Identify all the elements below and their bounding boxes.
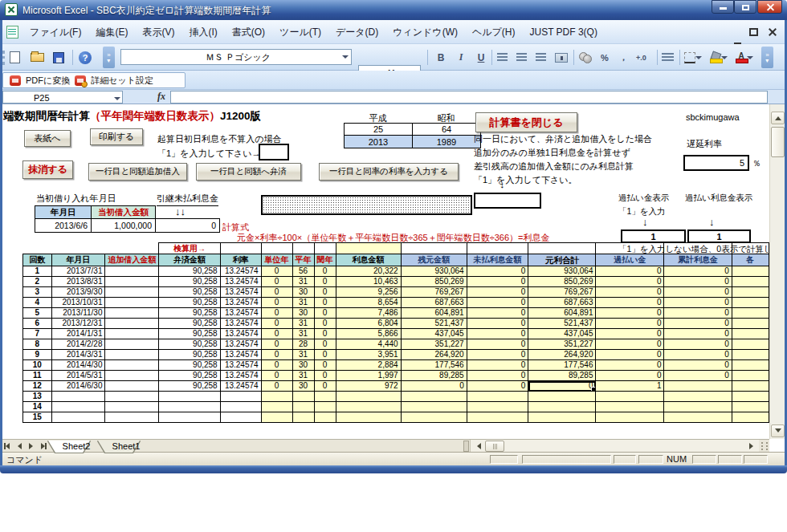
cell[interactable]: 0 [314, 350, 336, 360]
cell[interactable] [261, 402, 292, 412]
cell[interactable]: 0 [664, 319, 732, 329]
cell[interactable]: 90,258 [159, 308, 220, 319]
cell[interactable]: 3,951 [336, 350, 401, 360]
cell[interactable]: 3 [23, 287, 52, 298]
check-label-cell[interactable]: 検算用→ [159, 243, 220, 254]
cell[interactable]: 9,256 [336, 287, 401, 298]
cell[interactable]: 90,258 [159, 360, 220, 371]
cell[interactable] [732, 319, 769, 329]
cell[interactable] [467, 392, 528, 402]
align-right-button[interactable] [536, 49, 546, 66]
check-row-cell[interactable] [51, 243, 105, 254]
cell[interactable]: 2 [23, 277, 52, 287]
cell[interactable]: 90,258 [159, 381, 220, 392]
fill-color-button[interactable] [710, 49, 728, 66]
menu-item-8[interactable]: ヘルプ(H) [465, 22, 523, 43]
cell[interactable]: 31 [292, 319, 314, 329]
underline-button[interactable]: U [472, 49, 490, 66]
cell[interactable] [732, 371, 769, 381]
cell[interactable]: 0 [467, 298, 528, 308]
cell[interactable]: 4 [23, 298, 52, 308]
horizontal-scroll-thumb[interactable] [485, 441, 504, 452]
cell[interactable]: 30 [292, 308, 314, 319]
cell[interactable]: 90,258 [159, 329, 220, 339]
cell[interactable]: 13.24574 [220, 360, 261, 371]
cell[interactable] [528, 392, 596, 402]
cell[interactable] [336, 412, 401, 423]
tab-split-handle[interactable] [463, 441, 469, 452]
cell[interactable] [314, 402, 336, 412]
cell[interactable]: 13.24574 [220, 266, 261, 277]
resize-grip[interactable] [761, 442, 768, 450]
cell[interactable]: 0 [467, 381, 528, 392]
sameday-flag-input[interactable] [474, 193, 541, 209]
cell[interactable]: 0 [401, 381, 467, 392]
unpaid-interest-cell[interactable]: 0 [156, 219, 220, 233]
cell[interactable] [292, 412, 314, 423]
cell[interactable]: 0 [596, 266, 664, 277]
cell[interactable]: 13.24574 [220, 371, 261, 381]
cell[interactable]: 90,258 [159, 339, 220, 350]
cell[interactable]: 2,884 [336, 360, 401, 371]
column-header[interactable]: 回数 [23, 254, 52, 266]
doc-restore-button[interactable] [749, 28, 758, 36]
cell[interactable] [220, 402, 261, 412]
cell[interactable]: 0 [596, 319, 664, 329]
cell[interactable] [261, 392, 292, 402]
cell[interactable]: 2014/1/31 [51, 329, 105, 339]
cell[interactable]: 0 [467, 329, 528, 339]
minimize-button[interactable] [712, 0, 734, 14]
cell[interactable]: 0 [664, 298, 732, 308]
cell[interactable]: 0 [664, 277, 732, 287]
cell[interactable]: 31 [292, 329, 314, 339]
same-rate-button[interactable]: 一行目と同率の利率を入力する [319, 163, 459, 181]
cell[interactable]: 15 [23, 412, 52, 423]
cell[interactable]: 6 [23, 319, 52, 329]
cell[interactable] [596, 412, 664, 423]
cell[interactable] [105, 412, 159, 423]
cell[interactable] [105, 329, 159, 339]
cell[interactable]: 351,227 [528, 339, 596, 350]
cell[interactable]: 31 [292, 277, 314, 287]
cell[interactable]: 2013/12/31 [51, 319, 105, 329]
cell[interactable]: 2014/3/31 [51, 350, 105, 360]
cell[interactable]: 8,654 [336, 298, 401, 308]
cell[interactable]: 850,269 [528, 277, 596, 287]
cell[interactable] [292, 402, 314, 412]
cell[interactable]: 687,663 [401, 298, 467, 308]
selected-cell[interactable]: 0 [528, 381, 596, 392]
cell[interactable]: 56 [292, 266, 314, 277]
cell[interactable] [596, 392, 664, 402]
column-header[interactable]: 残元金額 [401, 254, 467, 266]
toolbar-options-button-2[interactable]: »▾ [761, 49, 773, 66]
cell[interactable]: 0 [467, 277, 528, 287]
comma-style-button[interactable]: ， [619, 49, 628, 66]
cell[interactable] [314, 412, 336, 423]
cell[interactable]: 0 [596, 350, 664, 360]
cell[interactable]: 4,440 [336, 339, 401, 350]
cell[interactable]: 90,258 [159, 266, 220, 277]
column-header[interactable]: 閏年 [314, 254, 336, 266]
cell[interactable] [528, 402, 596, 412]
cell[interactable]: 2014/4/30 [51, 360, 105, 371]
cell[interactable]: 0 [596, 360, 664, 371]
align-left-button[interactable] [497, 49, 508, 66]
cell[interactable]: 437,045 [401, 329, 467, 339]
initial-flag-input[interactable] [259, 144, 289, 160]
restore-button[interactable] [734, 0, 756, 14]
cell[interactable]: 0 [314, 266, 336, 277]
cell[interactable] [467, 402, 528, 412]
cell[interactable] [105, 381, 159, 392]
cell[interactable] [159, 392, 220, 402]
cell[interactable]: 7 [23, 329, 52, 339]
cell[interactable] [314, 392, 336, 402]
column-header[interactable]: 過払い金 [596, 254, 664, 266]
menu-item-5[interactable]: ツール(T) [272, 22, 328, 43]
column-header[interactable]: 累計利息金 [664, 254, 732, 266]
cell[interactable] [51, 402, 105, 412]
check-row-cell[interactable] [336, 243, 401, 254]
cell[interactable]: 2013/7/31 [51, 266, 105, 277]
cell[interactable]: 0 [314, 308, 336, 319]
cell[interactable]: 13 [23, 392, 52, 402]
cell[interactable]: 264,920 [528, 350, 596, 360]
